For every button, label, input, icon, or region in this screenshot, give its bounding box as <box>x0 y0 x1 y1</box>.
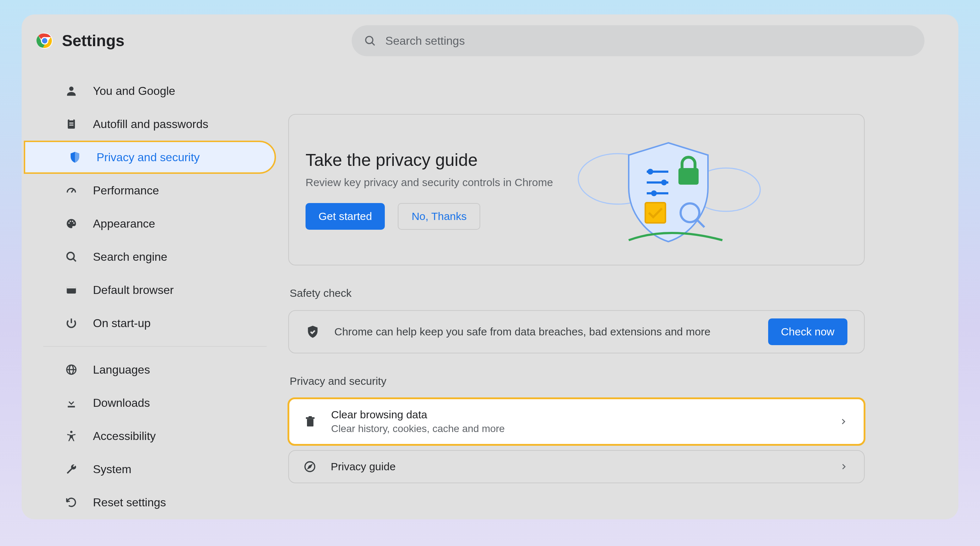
sidebar-item-label: Languages <box>93 363 150 377</box>
sidebar-item-label: On start-up <box>93 317 151 330</box>
row-privacy-guide[interactable]: Privacy guide <box>289 451 864 482</box>
privacy-guide-promo: Take the privacy guide Review key privac… <box>288 114 865 265</box>
sidebar-item-label: Reset settings <box>93 496 166 509</box>
trash-icon <box>304 415 317 428</box>
search-icon <box>364 35 376 47</box>
svg-rect-18 <box>67 286 76 289</box>
privacy-security-heading: Privacy and security <box>290 375 865 387</box>
chrome-logo-icon <box>36 32 53 49</box>
sidebar-item-privacy-security[interactable]: Privacy and security <box>24 140 276 174</box>
search-input[interactable] <box>385 34 912 48</box>
sidebar-item-downloads[interactable]: Downloads <box>22 386 281 420</box>
sidebar-item-system[interactable]: System <box>22 453 281 486</box>
safety-check-text: Chrome can help keep you safe from data … <box>334 326 711 338</box>
svg-point-5 <box>69 86 73 91</box>
shield-icon <box>68 151 82 164</box>
sidebar-item-label: Appearance <box>93 217 155 230</box>
svg-line-35 <box>697 219 705 227</box>
svg-point-12 <box>70 221 71 222</box>
svg-point-15 <box>67 252 74 260</box>
speedometer-icon <box>64 184 78 196</box>
sidebar-item-label: Downloads <box>93 396 150 410</box>
sidebar-item-label: Privacy and security <box>97 151 200 164</box>
sidebar-item-label: You and Google <box>93 85 175 98</box>
promo-title: Take the privacy guide <box>305 150 553 170</box>
sidebar-item-label: Performance <box>93 184 159 197</box>
sidebar-item-performance[interactable]: Performance <box>22 174 281 207</box>
person-icon <box>64 85 78 97</box>
clipboard-icon <box>64 118 78 130</box>
brand: Settings <box>36 32 125 50</box>
get-started-button[interactable]: Get started <box>305 203 385 230</box>
accessibility-icon <box>64 430 78 442</box>
check-now-button[interactable]: Check now <box>768 318 847 345</box>
sidebar-item-search-engine[interactable]: Search engine <box>22 240 281 273</box>
privacy-rows-card: Privacy guide <box>288 450 865 483</box>
row-title: Clear browsing data <box>331 409 505 421</box>
row-subtitle: Clear history, cookies, cache and more <box>331 423 505 434</box>
svg-point-14 <box>73 222 75 224</box>
sidebar-item-reset[interactable]: Reset settings <box>22 486 281 519</box>
restore-icon <box>64 496 78 508</box>
svg-point-27 <box>648 169 653 174</box>
download-icon <box>64 397 78 409</box>
sidebar-item-you-and-google[interactable]: You and Google <box>22 74 281 107</box>
svg-rect-37 <box>306 417 315 419</box>
safety-check-heading: Safety check <box>290 287 865 299</box>
page-title: Settings <box>62 32 125 50</box>
svg-rect-36 <box>307 419 313 426</box>
svg-point-3 <box>366 37 373 44</box>
sidebar-item-languages[interactable]: Languages <box>22 353 281 386</box>
sidebar-item-appearance[interactable]: Appearance <box>22 207 281 240</box>
svg-point-13 <box>72 221 73 222</box>
sidebar-item-label: Accessibility <box>93 429 156 443</box>
chevron-right-icon <box>840 418 847 425</box>
sidebar-divider <box>43 346 267 346</box>
topbar: Settings <box>22 14 958 64</box>
svg-rect-8 <box>69 123 73 124</box>
sidebar-item-label: System <box>93 463 132 476</box>
svg-line-4 <box>372 43 375 45</box>
svg-point-23 <box>70 431 72 433</box>
shield-check-icon <box>305 324 320 339</box>
sidebar-item-label: Search engine <box>93 250 167 263</box>
svg-point-11 <box>68 222 70 224</box>
svg-rect-33 <box>645 203 665 223</box>
svg-rect-38 <box>309 416 312 417</box>
svg-rect-22 <box>68 406 75 407</box>
svg-line-16 <box>73 259 76 262</box>
sidebar-item-accessibility[interactable]: Accessibility <box>22 420 281 453</box>
wrench-icon <box>64 463 78 475</box>
sidebar-item-label: Default browser <box>93 283 173 297</box>
search-icon <box>64 251 78 263</box>
svg-marker-40 <box>309 465 312 468</box>
safety-check-card: Chrome can help keep you safe from data … <box>288 310 865 353</box>
power-icon <box>64 317 78 329</box>
privacy-shield-illustration <box>575 132 762 247</box>
row-clear-browsing-data[interactable]: Clear browsing data Clear history, cooki… <box>288 398 865 446</box>
sidebar-item-label: Autofill and passwords <box>93 118 208 131</box>
sidebar: You and Google Autofill and passwords Pr… <box>22 64 281 519</box>
svg-point-29 <box>661 180 667 185</box>
no-thanks-button[interactable]: No, Thanks <box>398 203 480 230</box>
svg-point-31 <box>651 190 657 196</box>
svg-rect-32 <box>678 168 698 185</box>
main-content: Take the privacy guide Review key privac… <box>281 64 958 519</box>
svg-line-10 <box>72 189 74 193</box>
sidebar-item-startup[interactable]: On start-up <box>22 307 281 340</box>
sidebar-item-autofill[interactable]: Autofill and passwords <box>22 107 281 140</box>
search-bar[interactable] <box>352 25 924 56</box>
compass-icon <box>303 460 317 473</box>
browser-window-icon <box>64 284 78 296</box>
promo-subtitle: Review key privacy and security controls… <box>305 176 553 188</box>
row-title: Privacy guide <box>331 461 396 473</box>
globe-icon <box>64 364 78 376</box>
sidebar-item-default-browser[interactable]: Default browser <box>22 273 281 307</box>
chevron-right-icon <box>840 463 847 470</box>
settings-window: Settings You and Google Au <box>22 14 958 519</box>
svg-rect-6 <box>68 120 75 129</box>
svg-rect-7 <box>69 118 73 120</box>
svg-rect-9 <box>69 125 73 126</box>
palette-icon <box>64 217 78 230</box>
